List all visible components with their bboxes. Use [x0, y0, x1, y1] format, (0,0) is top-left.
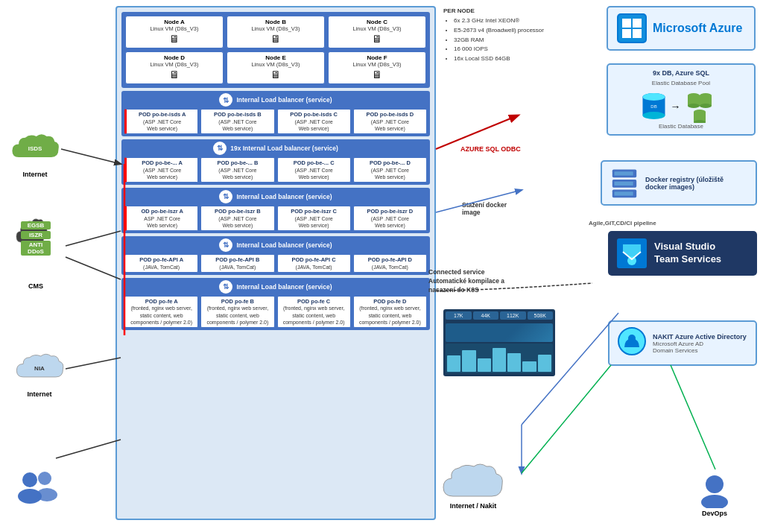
lb-section-4: ⇅ Internal Load balancer (service) POD p…	[121, 236, 430, 275]
azure-title: Microsoft Azure	[653, 22, 742, 35]
monitor-icon-e: 🖥	[229, 69, 322, 80]
nakit-title: NAKIT Azure Active Directory	[653, 333, 747, 341]
monitor-icon-c: 🖥	[331, 33, 423, 45]
cms-label: CMS	[6, 282, 66, 290]
docker-text: Docker registry (úložiště docker images)	[645, 176, 724, 191]
pod-api-a: POD po-fe-API A (JAVA, TomCat)	[124, 254, 198, 273]
lb4-title-bar: ⇅ Internal Load balancer (service)	[124, 238, 427, 252]
users-icon	[11, 468, 63, 505]
nakit-azure-ad-icon	[617, 326, 647, 360]
elastic-db-icon: DB	[641, 89, 667, 123]
internet-label-nia: Internet	[13, 390, 66, 398]
docker-title: Docker registry (úložiště docker images)	[645, 176, 724, 191]
pod-be-d: POD po-be-... D (ASP .NET CoreWeb servic…	[353, 157, 427, 183]
specs-title: PER NODE	[443, 7, 563, 14]
pod-iszr-b: POD po-be-iszr B (ASP .NET CoreWeb servi…	[200, 206, 274, 231]
svg-line-41	[436, 115, 518, 149]
diagram-container: PER NODE 6x 2.3 GHz Intel XEON® E5-2673 …	[0, 0, 763, 532]
svg-rect-9	[633, 29, 642, 38]
pod-api-d: POD po-fe-API D (JAVA, TomCat)	[353, 254, 427, 273]
lb2-icon: ⇅	[213, 142, 227, 155]
bar-3	[478, 358, 491, 372]
svg-line-37	[66, 231, 121, 246]
lb3-icon: ⇅	[219, 190, 232, 203]
svg-line-39	[66, 358, 121, 369]
lb-section-2: ⇅ 19x Internal Load balancer (service) P…	[121, 139, 430, 185]
nodes-section: Node A Linux VM (D8s_V3) 🖥 Node B Linux …	[121, 12, 430, 88]
pod-api-b: POD po-fe-API B (JAVA, TomCat)	[200, 254, 274, 273]
svg-line-46	[522, 365, 611, 473]
spec-item-4: 16 000 IOPS	[454, 45, 563, 54]
monitor-icon-a: 🖥	[128, 33, 221, 45]
end-users-section	[11, 468, 63, 510]
pod-iszr-c: POD po-be-iszr C (ASP .NET CoreWeb servi…	[277, 206, 351, 231]
node-f: Node F Linux VM (D8s_V3) 🖥	[328, 51, 426, 84]
svg-text:DB: DB	[650, 104, 656, 109]
lb3-title: Internal Load balancer (service)	[236, 193, 332, 200]
metric-112k: 112K	[500, 311, 526, 320]
lb2-title-bar: ⇅ 19x Internal Load balancer (service)	[124, 142, 427, 155]
lb5-pods: POD po-fe A (fronted, nginx web server, …	[124, 296, 427, 328]
pod-iszr-d: POD po-be-iszr D (ASP .NET CoreWeb servi…	[353, 206, 427, 231]
lb1-title: Internal Load balancer (service)	[236, 96, 332, 104]
nodes-grid: Node A Linux VM (D8s_V3) 🖥 Node B Linux …	[125, 16, 426, 84]
node-b: Node B Linux VM (D8s_V3) 🖥	[227, 16, 325, 48]
lb-section-3: ⇅ Internal Load balancer (service) OD po…	[121, 188, 430, 233]
nakit-text: NAKIT Azure Active Directory Microsoft A…	[653, 333, 747, 354]
metric-508k: 508K	[528, 311, 554, 320]
spec-item-1: 6x 2.3 GHz Intel XEON®	[454, 16, 563, 26]
azure-logo-icon	[617, 13, 647, 43]
svg-line-36	[61, 149, 121, 164]
dashboard-metrics: 17K 44K 112K 508K	[443, 309, 555, 322]
pod-fe-a: POD po-fe A (fronted, nginx web server, …	[124, 296, 198, 328]
nakit-box: NAKIT Azure Active Directory Microsoft A…	[608, 320, 757, 366]
metric-17k: 17K	[446, 311, 472, 320]
agile-pipeline-label: Agile,GIT,CD/CI pipeline	[589, 220, 656, 227]
pod-isds-b: POD po-be-isds B (ASP .NET CoreWeb servi…	[200, 109, 274, 134]
svg-line-45	[671, 365, 715, 469]
bar-2	[462, 350, 475, 372]
svg-rect-29	[615, 191, 633, 195]
anti-ddos-badge: ANTI DDoS	[21, 241, 51, 256]
monitor-icon-f: 🖥	[331, 69, 423, 80]
bar-1	[447, 355, 460, 372]
svg-point-35	[701, 495, 728, 508]
pod-iszr-a: OD po-be-iszr A ASP .NET CoreWeb service…	[124, 206, 198, 231]
dashboard-visualization: 17K 44K 112K 508K	[443, 309, 555, 376]
cloud-isds: ISDS Internet	[9, 130, 61, 178]
internet-nakit-cloud: Internet / Nakit	[440, 462, 507, 510]
azure-sql-odbc-label: AZURE SQL ODBC	[460, 145, 521, 153]
lb3-pods: OD po-be-iszr A ASP .NET CoreWeb service…	[124, 206, 427, 231]
metric-44k: 44K	[473, 311, 499, 320]
internet-label-top: Internet	[9, 171, 61, 178]
devops-cloud: DevOps	[688, 471, 741, 517]
pod-be-c: POD po-be-... C (ASP .NET CoreWeb servic…	[277, 157, 351, 183]
vsts-logo-icon	[617, 238, 647, 268]
azure-sql-icon	[685, 89, 722, 123]
lb5-title-bar: ⇅ Internal Load balancer (service)	[124, 280, 427, 294]
svg-point-13	[642, 93, 665, 101]
docker-box: Docker registry (úložiště docker images)	[601, 160, 757, 206]
lb2-title: 19x Internal Load balancer (service)	[230, 145, 338, 152]
lb1-icon: ⇅	[219, 93, 232, 107]
bar-7	[538, 355, 551, 372]
dashboard-map	[446, 323, 553, 342]
pod-isds-d: POD po-be-isds D (ASP .NET CoreWeb servi…	[353, 109, 427, 134]
svg-line-38	[66, 257, 121, 279]
svg-point-34	[706, 475, 724, 493]
azure-box: Microsoft Azure	[607, 6, 756, 51]
bar-5	[507, 353, 521, 372]
monitor-icon-d: 🖥	[128, 69, 221, 80]
svg-point-17	[688, 104, 700, 108]
nakit-sub: Microsoft Azure AD Domain Services	[653, 341, 747, 354]
specs-list: 6x 2.3 GHz Intel XEON® E5-2673 v4 (Broad…	[443, 16, 563, 64]
bar-6	[522, 361, 536, 372]
specs-box: PER NODE 6x 2.3 GHz Intel XEON® E5-2673 …	[443, 7, 563, 64]
lb1-pods: POD po-be-isds A (ASP .NET CoreWeb servi…	[124, 109, 427, 134]
azure-sql-sub: Elastic Database Pool	[615, 80, 747, 86]
vsts-box: Visual Studio Team Services	[608, 231, 757, 276]
node-e: Node E Linux VM (D8s_V3) 🖥	[227, 51, 325, 84]
svg-rect-7	[633, 19, 642, 28]
lb4-pods: POD po-fe-API A (JAVA, TomCat) POD po-fe…	[124, 254, 427, 273]
internet-nakit-icon	[440, 462, 507, 507]
